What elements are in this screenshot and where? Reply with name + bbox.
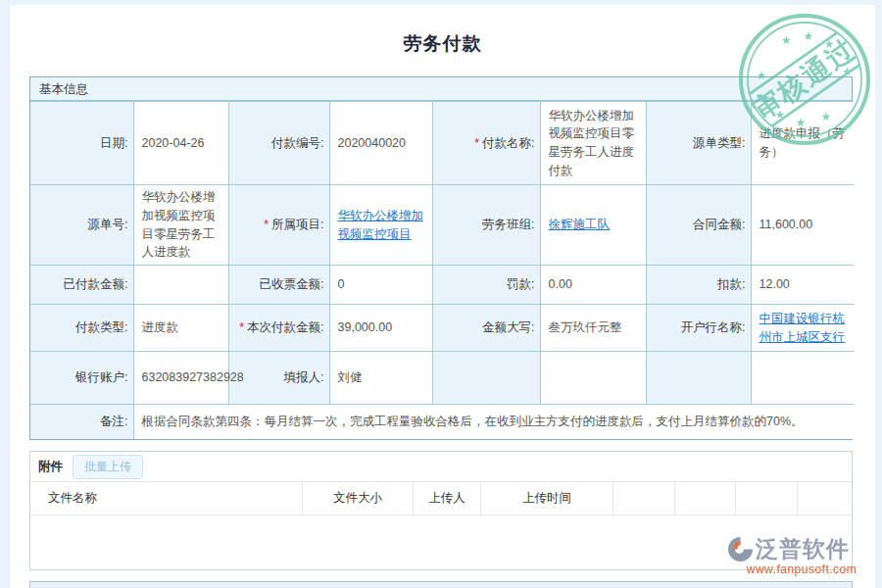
labor-team-label: 劳务班组:: [432, 185, 540, 266]
empty-label-cell: [646, 352, 751, 405]
labor-team-value: 徐辉施工队: [540, 185, 646, 266]
fine-label: 罚款:: [432, 266, 540, 305]
col-empty: [613, 482, 675, 514]
bank-name-label: 开户行名称:: [646, 305, 751, 352]
attachments-column-headers: 文件名称 文件大小 上传人 上传时间: [30, 481, 852, 515]
next-section-header: [29, 581, 853, 588]
col-uploader: 上传人: [414, 482, 481, 514]
empty-value-cell: [540, 352, 646, 405]
reporter-value: 刘健: [329, 352, 432, 405]
col-empty: [675, 482, 736, 514]
brand-name: 泛普软件: [756, 534, 850, 564]
payment-name-value: 华软办公楼增加视频监控项目零星劳务工人进度付款: [540, 102, 646, 185]
payment-type-label: 付款类型:: [30, 305, 133, 352]
bank-name-value: 中国建设银行杭州市上城区支行: [751, 305, 854, 352]
brand-url: www.fanpusoft.com: [727, 563, 876, 576]
source-type-label: 源单类型:: [646, 102, 751, 185]
col-upload-time: 上传时间: [481, 482, 613, 514]
required-star: *: [239, 320, 244, 334]
source-no-value: 华软办公楼增加视频监控项目零星劳务工人进度款: [133, 185, 228, 266]
source-type-value: 进度款申报（劳务）: [751, 102, 854, 185]
bank-account-value: 632083927382928: [133, 352, 228, 405]
content-card: 劳务付款 基本信息 日期: 2020-04-26 付款编号: 202004002…: [10, 5, 875, 588]
labor-team-link[interactable]: 徐辉施工队: [549, 218, 611, 231]
col-empty: [736, 482, 798, 514]
basic-info-table: 日期: 2020-04-26 付款编号: 2020040020 *付款名称: 华…: [30, 101, 854, 439]
bank-name-link[interactable]: 中国建设银行杭州市上城区支行: [760, 312, 846, 344]
empty-value-cell: [751, 352, 854, 405]
remark-label: 备注:: [30, 405, 133, 439]
paid-amount-value: [133, 266, 228, 305]
project-value: 华软办公楼增加视频监控项目: [329, 185, 432, 266]
col-empty: [798, 482, 852, 514]
amount-words-value: 叁万玖仟元整: [540, 305, 646, 352]
amount-words-label: 金额大写:: [432, 305, 540, 352]
source-no-label: 源单号:: [30, 185, 133, 266]
project-link[interactable]: 华软办公楼增加视频监控项目: [338, 209, 424, 241]
payment-type-value: 进度款: [133, 305, 228, 352]
brand-watermark: 泛普软件 www.fanpusoft.com: [727, 534, 876, 576]
bank-account-label: 银行账户:: [30, 352, 133, 405]
required-star: *: [264, 218, 269, 231]
empty-label-cell: [432, 352, 540, 405]
basic-info-panel: 基本信息 日期: 2020-04-26 付款编号: 2020040020 *付款…: [29, 76, 853, 440]
required-star: *: [474, 136, 479, 150]
contract-amount-label: 合同金额:: [646, 185, 751, 266]
col-file-size: 文件大小: [303, 482, 414, 514]
fanpu-logo-icon: [727, 536, 754, 563]
date-label: 日期:: [30, 102, 133, 185]
col-file-name: 文件名称: [30, 482, 303, 514]
page-title: 劳务付款: [10, 31, 875, 57]
payment-no-label: 付款编号:: [228, 102, 329, 185]
invoiced-amount-value: 0: [329, 266, 432, 305]
contract-amount-value: 11,600.00: [751, 185, 854, 266]
invoiced-amount-label: 已收票金额:: [228, 266, 329, 305]
attachments-header: 附件 批量上传: [30, 452, 852, 481]
payment-no-value: 2020040020: [329, 102, 432, 185]
current-amount-value: 39,000.00: [329, 305, 432, 352]
fine-value: 0.00: [540, 266, 646, 305]
batch-upload-button[interactable]: 批量上传: [73, 455, 143, 479]
deduction-value: 12.00: [751, 266, 854, 305]
current-amount-label: *本次付款金额:: [228, 305, 329, 352]
basic-info-section-title: 基本信息: [30, 77, 852, 101]
remark-value: 根据合同条款第四条：每月结算一次，完成工程量验收合格后，在收到业主方支付的进度款…: [133, 405, 854, 439]
payment-name-label: *付款名称:: [432, 102, 540, 185]
attachments-title: 附件: [38, 459, 63, 475]
project-label: *所属项目:: [228, 185, 329, 266]
deduction-label: 扣款:: [646, 266, 751, 305]
paid-amount-label: 已付款金额:: [30, 266, 133, 305]
date-value: 2020-04-26: [133, 102, 228, 185]
